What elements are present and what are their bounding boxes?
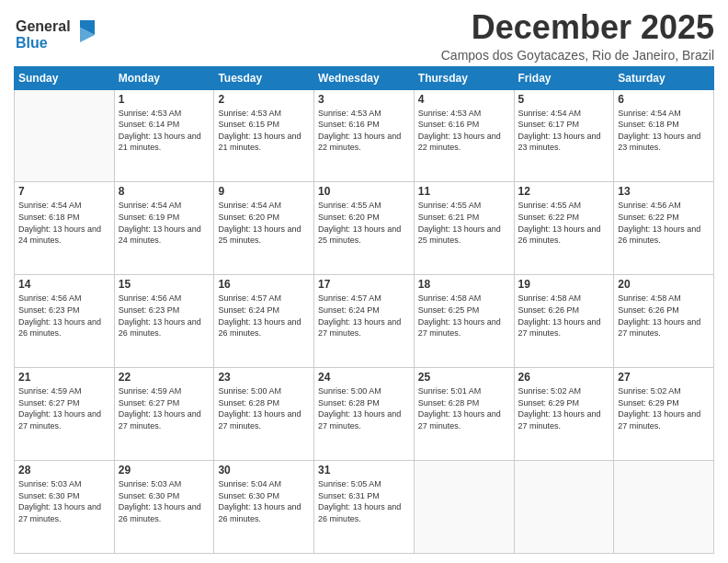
day-number: 6: [618, 93, 710, 106]
day-number: 1: [119, 93, 210, 106]
table-row: 8Sunrise: 4:54 AMSunset: 6:19 PMDaylight…: [114, 182, 214, 275]
cell-text: Sunrise: 5:05 AMSunset: 6:31 PMDaylight:…: [318, 478, 410, 524]
table-row: 3Sunrise: 4:53 AMSunset: 6:16 PMDaylight…: [314, 89, 415, 182]
table-row: 19Sunrise: 4:58 AMSunset: 6:26 PMDayligh…: [514, 275, 614, 368]
cell-text: Sunrise: 4:53 AMSunset: 6:14 PMDaylight:…: [119, 108, 210, 154]
table-row: 10Sunrise: 4:55 AMSunset: 6:20 PMDayligh…: [314, 182, 415, 275]
logo: General Blue: [14, 13, 97, 57]
day-number: 20: [618, 278, 710, 291]
table-row: [514, 461, 614, 554]
cell-text: Sunrise: 4:58 AMSunset: 6:26 PMDaylight:…: [518, 293, 610, 339]
svg-text:Blue: Blue: [16, 35, 48, 51]
calendar-header-row: Sunday Monday Tuesday Wednesday Thursday…: [15, 66, 714, 89]
day-number: 9: [218, 185, 310, 198]
cell-text: Sunrise: 4:56 AMSunset: 6:22 PMDaylight:…: [618, 200, 710, 246]
cell-text: Sunrise: 4:55 AMSunset: 6:20 PMDaylight:…: [318, 200, 410, 246]
cell-text: Sunrise: 4:58 AMSunset: 6:26 PMDaylight:…: [618, 293, 710, 339]
cell-text: Sunrise: 4:54 AMSunset: 6:18 PMDaylight:…: [618, 108, 710, 154]
cell-text: Sunrise: 4:56 AMSunset: 6:23 PMDaylight:…: [18, 293, 110, 339]
col-friday: Friday: [514, 66, 614, 89]
day-number: 2: [218, 93, 310, 106]
day-number: 18: [418, 278, 510, 291]
cell-text: Sunrise: 5:03 AMSunset: 6:30 PMDaylight:…: [18, 478, 110, 524]
table-row: 28Sunrise: 5:03 AMSunset: 6:30 PMDayligh…: [15, 461, 115, 554]
cell-text: Sunrise: 4:59 AMSunset: 6:27 PMDaylight:…: [119, 385, 210, 431]
calendar-body: 1Sunrise: 4:53 AMSunset: 6:14 PMDaylight…: [15, 89, 714, 553]
location: Campos dos Goytacazes, Rio de Janeiro, B…: [441, 48, 714, 63]
table-row: [614, 461, 714, 554]
cell-text: Sunrise: 5:03 AMSunset: 6:30 PMDaylight:…: [119, 478, 210, 524]
calendar-week-row: 21Sunrise: 4:59 AMSunset: 6:27 PMDayligh…: [15, 368, 714, 461]
day-number: 17: [318, 278, 410, 291]
table-row: 30Sunrise: 5:04 AMSunset: 6:30 PMDayligh…: [214, 461, 314, 554]
day-number: 4: [418, 93, 510, 106]
logo-content: General Blue: [14, 13, 97, 57]
cell-text: Sunrise: 4:55 AMSunset: 6:21 PMDaylight:…: [418, 200, 510, 246]
col-wednesday: Wednesday: [314, 66, 415, 89]
page: General Blue December 2025 Campos dos Go…: [0, 0, 728, 563]
table-row: 5Sunrise: 4:54 AMSunset: 6:17 PMDaylight…: [514, 89, 614, 182]
table-row: 25Sunrise: 5:01 AMSunset: 6:28 PMDayligh…: [414, 368, 514, 461]
table-row: 7Sunrise: 4:54 AMSunset: 6:18 PMDaylight…: [15, 182, 115, 275]
table-row: 14Sunrise: 4:56 AMSunset: 6:23 PMDayligh…: [15, 275, 115, 368]
day-number: 28: [18, 464, 110, 477]
calendar-week-row: 7Sunrise: 4:54 AMSunset: 6:18 PMDaylight…: [15, 182, 714, 275]
logo-svg: General Blue: [14, 13, 97, 53]
cell-text: Sunrise: 4:53 AMSunset: 6:16 PMDaylight:…: [418, 108, 510, 154]
cell-text: Sunrise: 5:02 AMSunset: 6:29 PMDaylight:…: [518, 385, 610, 431]
day-number: 22: [119, 371, 210, 384]
table-row: [414, 461, 514, 554]
day-number: 16: [218, 278, 310, 291]
col-monday: Monday: [114, 66, 214, 89]
cell-text: Sunrise: 4:54 AMSunset: 6:20 PMDaylight:…: [218, 200, 310, 246]
title-block: December 2025 Campos dos Goytacazes, Rio…: [441, 9, 714, 63]
table-row: 29Sunrise: 5:03 AMSunset: 6:30 PMDayligh…: [114, 461, 214, 554]
table-row: 24Sunrise: 5:00 AMSunset: 6:28 PMDayligh…: [314, 368, 415, 461]
day-number: 24: [318, 371, 410, 384]
day-number: 25: [418, 371, 510, 384]
col-tuesday: Tuesday: [214, 66, 314, 89]
calendar-week-row: 28Sunrise: 5:03 AMSunset: 6:30 PMDayligh…: [15, 461, 714, 554]
day-number: 26: [518, 371, 610, 384]
table-row: 17Sunrise: 4:57 AMSunset: 6:24 PMDayligh…: [314, 275, 415, 368]
cell-text: Sunrise: 4:54 AMSunset: 6:19 PMDaylight:…: [119, 200, 210, 246]
cell-text: Sunrise: 4:54 AMSunset: 6:18 PMDaylight:…: [18, 200, 110, 246]
cell-text: Sunrise: 5:02 AMSunset: 6:29 PMDaylight:…: [618, 385, 710, 431]
day-number: 15: [119, 278, 210, 291]
table-row: 31Sunrise: 5:05 AMSunset: 6:31 PMDayligh…: [314, 461, 415, 554]
day-number: 12: [518, 185, 610, 198]
table-row: 15Sunrise: 4:56 AMSunset: 6:23 PMDayligh…: [114, 275, 214, 368]
col-sunday: Sunday: [15, 66, 115, 89]
col-saturday: Saturday: [614, 66, 714, 89]
day-number: 29: [119, 464, 210, 477]
table-row: 13Sunrise: 4:56 AMSunset: 6:22 PMDayligh…: [614, 182, 714, 275]
table-row: 16Sunrise: 4:57 AMSunset: 6:24 PMDayligh…: [214, 275, 314, 368]
table-row: [15, 89, 115, 182]
month-title: December 2025: [441, 9, 714, 46]
calendar-week-row: 1Sunrise: 4:53 AMSunset: 6:14 PMDaylight…: [15, 89, 714, 182]
cell-text: Sunrise: 5:04 AMSunset: 6:30 PMDaylight:…: [218, 478, 310, 524]
day-number: 19: [518, 278, 610, 291]
day-number: 10: [318, 185, 410, 198]
day-number: 13: [618, 185, 710, 198]
day-number: 14: [18, 278, 110, 291]
table-row: 4Sunrise: 4:53 AMSunset: 6:16 PMDaylight…: [414, 89, 514, 182]
day-number: 11: [418, 185, 510, 198]
table-row: 27Sunrise: 5:02 AMSunset: 6:29 PMDayligh…: [614, 368, 714, 461]
day-number: 31: [318, 464, 410, 477]
cell-text: Sunrise: 4:56 AMSunset: 6:23 PMDaylight:…: [119, 293, 210, 339]
cell-text: Sunrise: 4:57 AMSunset: 6:24 PMDaylight:…: [218, 293, 310, 339]
table-row: 26Sunrise: 5:02 AMSunset: 6:29 PMDayligh…: [514, 368, 614, 461]
day-number: 27: [618, 371, 710, 384]
table-row: 11Sunrise: 4:55 AMSunset: 6:21 PMDayligh…: [414, 182, 514, 275]
cell-text: Sunrise: 4:57 AMSunset: 6:24 PMDaylight:…: [318, 293, 410, 339]
cell-text: Sunrise: 4:59 AMSunset: 6:27 PMDaylight:…: [18, 385, 110, 431]
day-number: 30: [218, 464, 310, 477]
table-row: 22Sunrise: 4:59 AMSunset: 6:27 PMDayligh…: [114, 368, 214, 461]
header: General Blue December 2025 Campos dos Go…: [14, 9, 714, 63]
table-row: 23Sunrise: 5:00 AMSunset: 6:28 PMDayligh…: [214, 368, 314, 461]
cell-text: Sunrise: 4:53 AMSunset: 6:16 PMDaylight:…: [318, 108, 410, 154]
table-row: 1Sunrise: 4:53 AMSunset: 6:14 PMDaylight…: [114, 89, 214, 182]
day-number: 21: [18, 371, 110, 384]
cell-text: Sunrise: 5:01 AMSunset: 6:28 PMDaylight:…: [418, 385, 510, 431]
